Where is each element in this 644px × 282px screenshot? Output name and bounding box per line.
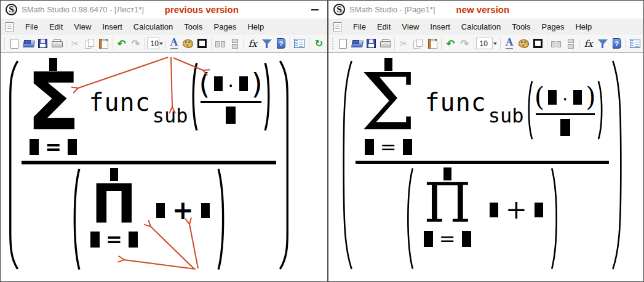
placeholder[interactable] bbox=[365, 139, 374, 155]
placeholder[interactable] bbox=[201, 203, 210, 218]
border-button[interactable] bbox=[531, 36, 545, 50]
summation-block[interactable]: Σ = bbox=[26, 58, 80, 157]
font-button[interactable]: A bbox=[167, 36, 181, 50]
placeholder[interactable] bbox=[573, 90, 582, 105]
cut-button[interactable]: ✂ bbox=[68, 36, 82, 50]
pi-operator[interactable]: Π bbox=[424, 182, 471, 225]
placeholder[interactable] bbox=[214, 76, 223, 91]
paste-button[interactable] bbox=[425, 36, 439, 50]
placeholder[interactable] bbox=[490, 203, 498, 217]
menu-help[interactable]: Help bbox=[242, 20, 269, 34]
summation-block[interactable]: Σ = bbox=[360, 58, 416, 157]
placeholder[interactable] bbox=[68, 139, 77, 155]
menu-help[interactable]: Help bbox=[570, 20, 597, 34]
minimize-button[interactable] bbox=[311, 9, 319, 10]
placeholder[interactable] bbox=[548, 90, 557, 105]
sigma-operator[interactable]: Σ bbox=[360, 71, 416, 134]
placeholder[interactable] bbox=[239, 76, 248, 91]
placeholder[interactable] bbox=[535, 203, 543, 217]
filter-button[interactable] bbox=[260, 36, 274, 50]
font-size-select[interactable]: 10 bbox=[147, 38, 159, 49]
menu-file[interactable]: File bbox=[20, 20, 44, 34]
align-vertical-button[interactable] bbox=[563, 36, 577, 50]
menu-edit[interactable]: Edit bbox=[44, 20, 68, 34]
font-button[interactable]: A bbox=[503, 36, 517, 50]
new-document-button[interactable] bbox=[7, 36, 22, 50]
toolbar-grip[interactable] bbox=[332, 38, 333, 49]
snippets-button[interactable] bbox=[628, 36, 642, 50]
menu-calculation[interactable]: Calculation bbox=[128, 20, 178, 34]
copy-button[interactable] bbox=[411, 36, 425, 50]
menu-tools[interactable]: Tools bbox=[178, 20, 208, 34]
print-button[interactable] bbox=[378, 36, 392, 50]
placeholder[interactable] bbox=[90, 232, 100, 248]
font-size-select[interactable]: 10 bbox=[476, 38, 493, 49]
menu-tools[interactable]: Tools bbox=[506, 20, 536, 34]
menu-view[interactable]: View bbox=[396, 20, 424, 34]
function-argument[interactable]: ( · ) bbox=[525, 80, 605, 140]
placeholder[interactable] bbox=[156, 203, 165, 218]
pi-operator[interactable]: Π bbox=[91, 182, 137, 225]
copy-button[interactable] bbox=[82, 36, 97, 50]
border-button[interactable] bbox=[195, 36, 209, 50]
save-button[interactable] bbox=[364, 36, 378, 50]
snippets-button[interactable] bbox=[292, 36, 306, 50]
redo-button[interactable]: ↷ bbox=[129, 36, 143, 50]
function-name[interactable]: func bbox=[89, 90, 150, 115]
document-icon[interactable] bbox=[333, 22, 341, 31]
align-horizontal-button[interactable] bbox=[549, 36, 563, 50]
document-icon[interactable] bbox=[6, 22, 14, 31]
worksheet-canvas[interactable]: Σ = func sub bbox=[1, 52, 327, 281]
menu-view[interactable]: View bbox=[68, 20, 97, 34]
menu-file[interactable]: File bbox=[348, 20, 372, 34]
print-button[interactable] bbox=[50, 36, 64, 50]
new-document-button[interactable] bbox=[336, 36, 350, 50]
save-button[interactable] bbox=[36, 36, 50, 50]
font-size-dropdown-icon[interactable] bbox=[493, 38, 498, 49]
undo-button[interactable]: ↶ bbox=[443, 36, 458, 50]
placeholder[interactable] bbox=[462, 231, 471, 247]
color-button[interactable] bbox=[181, 36, 195, 50]
font-size-dropdown-icon[interactable] bbox=[159, 38, 163, 49]
menu-insert[interactable]: Insert bbox=[97, 20, 128, 34]
math-expression[interactable]: Σ = func sub bbox=[338, 57, 626, 273]
insert-function-button[interactable]: fx bbox=[245, 36, 260, 50]
align-vertical-button[interactable] bbox=[228, 36, 242, 50]
filter-button[interactable] bbox=[595, 36, 610, 50]
paste-button[interactable] bbox=[97, 36, 111, 50]
menu-pages[interactable]: Pages bbox=[536, 20, 570, 34]
placeholder[interactable] bbox=[560, 119, 570, 136]
color-button[interactable] bbox=[517, 36, 531, 50]
placeholder[interactable] bbox=[226, 107, 236, 124]
open-button[interactable] bbox=[350, 36, 364, 50]
help-button[interactable]: ? bbox=[274, 36, 288, 50]
help-button[interactable]: ? bbox=[610, 36, 624, 50]
undo-button[interactable]: ↶ bbox=[114, 36, 129, 50]
menu-edit[interactable]: Edit bbox=[372, 20, 396, 34]
math-expression[interactable]: Σ = func sub bbox=[4, 57, 293, 273]
toolbar-grip[interactable] bbox=[309, 38, 309, 49]
open-button[interactable] bbox=[22, 36, 36, 50]
align-horizontal-button[interactable] bbox=[213, 36, 228, 50]
placeholder[interactable] bbox=[129, 232, 138, 248]
product-block[interactable]: Π = bbox=[90, 168, 138, 249]
menu-insert[interactable]: Insert bbox=[424, 20, 456, 34]
function-subscript[interactable]: sub bbox=[488, 106, 524, 126]
insert-function-button[interactable]: fx bbox=[581, 36, 595, 50]
redo-button[interactable]: ↷ bbox=[458, 36, 472, 50]
function-name[interactable]: func bbox=[425, 90, 487, 115]
placeholder[interactable] bbox=[403, 139, 412, 155]
worksheet-canvas[interactable]: Σ = func sub bbox=[328, 52, 643, 281]
cut-button[interactable]: ✂ bbox=[397, 36, 411, 50]
recalculate-button[interactable]: ↻ bbox=[312, 36, 326, 50]
function-argument[interactable]: ( · ) bbox=[189, 62, 272, 132]
function-subscript[interactable]: sub bbox=[153, 106, 188, 126]
placeholder[interactable] bbox=[424, 231, 433, 247]
placeholder[interactable] bbox=[30, 139, 39, 155]
product-block[interactable]: Π = bbox=[424, 167, 471, 248]
toolbar-grip[interactable] bbox=[4, 38, 5, 49]
menu-calculation[interactable]: Calculation bbox=[456, 20, 506, 34]
titlebar[interactable]: S SMath Studio 0.98.6470 - [Лист1*] prev… bbox=[1, 1, 327, 18]
sigma-operator[interactable]: Σ bbox=[26, 71, 80, 134]
menu-pages[interactable]: Pages bbox=[209, 20, 242, 34]
